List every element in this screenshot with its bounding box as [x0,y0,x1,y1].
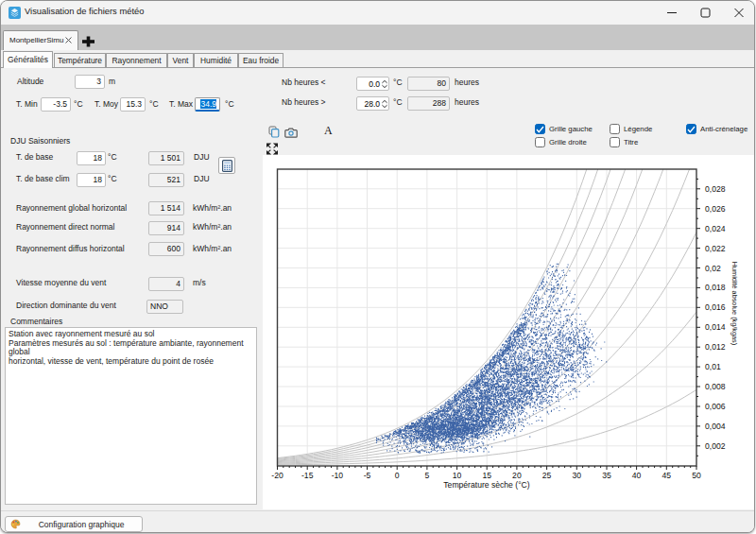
svg-text:15: 15 [482,471,491,480]
svg-text:50: 50 [692,471,701,480]
svg-text:10: 10 [453,471,462,480]
svg-text:0,006: 0,006 [705,402,726,411]
svg-text:0,02: 0,02 [705,264,721,273]
svg-text:0,004: 0,004 [705,422,726,431]
svg-text:Température sèche (°C): Température sèche (°C) [443,480,529,490]
svg-text:0,01: 0,01 [705,362,721,371]
svg-text:30: 30 [573,471,582,480]
svg-text:-5: -5 [364,471,371,480]
svg-text:0,018: 0,018 [705,283,726,292]
svg-text:0,026: 0,026 [705,204,726,214]
svg-text:20: 20 [512,471,522,480]
svg-text:0,008: 0,008 [705,382,726,391]
svg-text:0,016: 0,016 [705,302,726,312]
svg-text:-10: -10 [332,471,344,480]
svg-text:0: 0 [395,471,400,480]
svg-text:45: 45 [662,471,672,480]
svg-text:0,002: 0,002 [705,441,726,451]
svg-text:-20: -20 [271,471,284,480]
svg-text:-15: -15 [301,471,314,480]
svg-text:0,022: 0,022 [705,244,726,253]
svg-text:40: 40 [632,471,642,480]
svg-text:0,024: 0,024 [705,224,726,233]
svg-text:0,012: 0,012 [705,342,726,352]
svg-text:35: 35 [602,471,611,480]
svg-text:25: 25 [542,471,552,480]
svg-text:0,014: 0,014 [705,322,726,332]
svg-text:Humidité absolue (kg/kgas): Humidité absolue (kg/kgas) [730,262,739,345]
svg-text:0,028: 0,028 [705,184,726,194]
svg-text:5: 5 [425,471,430,480]
